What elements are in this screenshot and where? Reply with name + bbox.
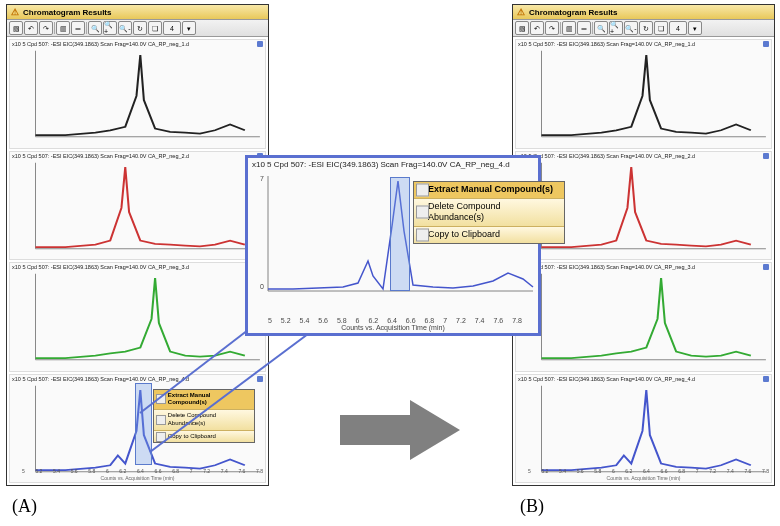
ruler-icon[interactable]: ═: [577, 21, 591, 35]
menu-extract[interactable]: Extract Manual Compound(s): [154, 390, 254, 411]
panel-header: ⚠ Chromatogram Results: [513, 5, 774, 20]
x-label: Counts vs. Acquisition Time (min): [516, 475, 771, 481]
chromatogram-chart[interactable]: x10 5 Cpd 507: -ESI EIC(349.1863) Scan F…: [9, 374, 266, 484]
tick: 6.8: [425, 317, 435, 324]
label-b: (B): [520, 496, 544, 517]
tick: 7: [443, 317, 447, 324]
zoom-in-icon[interactable]: 🔍+: [609, 21, 623, 35]
menu-extract[interactable]: Extract Manual Compound(s): [414, 182, 564, 199]
redo-icon[interactable]: ↷: [39, 21, 53, 35]
grid-icon[interactable]: ❏: [654, 21, 668, 35]
context-menu: Extract Manual Compound(s)Delete Compoun…: [153, 389, 255, 444]
svg-text:0: 0: [260, 283, 264, 290]
separator: [592, 22, 593, 34]
popup-xticks: 55.25.45.65.866.26.46.66.877.27.47.67.8: [248, 317, 538, 324]
select-icon[interactable]: ▧: [515, 21, 529, 35]
separator: [54, 22, 55, 34]
tick: 5.4: [300, 317, 310, 324]
chart-icon[interactable]: ▥: [56, 21, 70, 35]
panel-b: ⚠ Chromatogram Results ▧ ↶ ↷ ▥ ═ 🔍 🔍+ 🔍-…: [512, 4, 775, 486]
chromatogram-chart[interactable]: x10 5 Cpd 507: -ESI EIC(349.1863) Scan F…: [9, 39, 266, 149]
warning-icon: ⚠: [11, 7, 19, 17]
popup-title: x10 5 Cpd 507: -ESI EIC(349.1863) Scan F…: [248, 158, 538, 171]
tick: 5.2: [281, 317, 291, 324]
chromatogram-chart[interactable]: x10 5 Cpd 507: -ESI EIC(349.1863) Scan F…: [9, 262, 266, 372]
selection-band[interactable]: [135, 383, 152, 466]
zoom-icon[interactable]: 🔍: [594, 21, 608, 35]
svg-marker-22: [340, 400, 460, 460]
menu-delete[interactable]: Delete Compound Abundance(s): [414, 199, 564, 227]
x-ticks: 55.25.45.65.866.26.46.66.877.27.47.67.8: [22, 468, 263, 474]
panel-header: ⚠ Chromatogram Results: [7, 5, 268, 20]
separator: [86, 22, 87, 34]
chart-stack: x10 5 Cpd 507: -ESI EIC(349.1863) Scan F…: [513, 37, 774, 485]
chromatogram-chart[interactable]: x10 5 Cpd 507: -ESI EIC(349.1863) Scan F…: [515, 374, 772, 484]
undo-icon[interactable]: ↶: [530, 21, 544, 35]
tick: 6.6: [406, 317, 416, 324]
context-menu: Extract Manual Compound(s) Delete Compou…: [413, 181, 565, 244]
dropdown-icon[interactable]: ▾: [688, 21, 702, 35]
svg-text:7: 7: [260, 175, 264, 182]
tick: 6.2: [368, 317, 378, 324]
chromatogram-chart[interactable]: x10 5 Cpd 507: -ESI EIC(349.1863) Scan F…: [9, 151, 266, 261]
tick: 5: [268, 317, 272, 324]
zoom-out-icon[interactable]: 🔍-: [118, 21, 132, 35]
zoom-icon[interactable]: 🔍: [88, 21, 102, 35]
tick: 6.4: [387, 317, 397, 324]
x-label: Counts vs. Acquisition Time (min): [10, 475, 265, 481]
refresh-icon[interactable]: ↻: [639, 21, 653, 35]
menu-delete[interactable]: Delete Compound Abundance(s): [154, 410, 254, 431]
panel-a: ⚠ Chromatogram Results ▧ ↶ ↷ ▥ ═ 🔍 🔍+ 🔍-…: [6, 4, 269, 486]
redo-icon[interactable]: ↷: [545, 21, 559, 35]
menu-copy[interactable]: Copy to Clipboard: [414, 227, 564, 243]
dropdown-icon[interactable]: ▾: [182, 21, 196, 35]
tick: 7.8: [512, 317, 522, 324]
toolbar: ▧ ↶ ↷ ▥ ═ 🔍 🔍+ 🔍- ↻ ❏ 4 ▾: [513, 20, 774, 37]
count-box[interactable]: 4: [669, 21, 687, 35]
chart-stack: x10 5 Cpd 507: -ESI EIC(349.1863) Scan F…: [7, 37, 268, 485]
arrow-icon: [340, 400, 460, 460]
grid-icon[interactable]: ❏: [148, 21, 162, 35]
warning-icon: ⚠: [517, 7, 525, 17]
selection-band[interactable]: [390, 177, 410, 291]
tick: 5.8: [337, 317, 347, 324]
count-box[interactable]: 4: [163, 21, 181, 35]
chart-icon[interactable]: ▥: [562, 21, 576, 35]
ruler-icon[interactable]: ═: [71, 21, 85, 35]
label-a: (A): [12, 496, 37, 517]
popup-xlabel: Counts vs. Acquisition Time (min): [248, 324, 538, 333]
refresh-icon[interactable]: ↻: [133, 21, 147, 35]
tick: 6: [356, 317, 360, 324]
chromatogram-chart[interactable]: x10 5 Cpd 507: -ESI EIC(349.1863) Scan F…: [515, 262, 772, 372]
panel-title: Chromatogram Results: [529, 8, 617, 17]
separator: [560, 22, 561, 34]
tick: 7.4: [475, 317, 485, 324]
undo-icon[interactable]: ↶: [24, 21, 38, 35]
popup-chart: x10 5 Cpd 507: -ESI EIC(349.1863) Scan F…: [245, 155, 541, 336]
chromatogram-chart[interactable]: x10 5 Cpd 507: -ESI EIC(349.1863) Scan F…: [515, 39, 772, 149]
tick: 7.2: [456, 317, 466, 324]
x-ticks: 55.25.45.65.866.26.46.66.877.27.47.67.8: [528, 468, 769, 474]
menu-copy[interactable]: Copy to Clipboard: [154, 431, 254, 443]
tick: 7.6: [493, 317, 503, 324]
popup-chart-area[interactable]: 0 7 Extract Manual Compound(s) Delete Co…: [248, 171, 538, 317]
zoom-out-icon[interactable]: 🔍-: [624, 21, 638, 35]
zoom-in-icon[interactable]: 🔍+: [103, 21, 117, 35]
panel-title: Chromatogram Results: [23, 8, 111, 17]
toolbar: ▧ ↶ ↷ ▥ ═ 🔍 🔍+ 🔍- ↻ ❏ 4 ▾: [7, 20, 268, 37]
select-icon[interactable]: ▧: [9, 21, 23, 35]
tick: 5.6: [318, 317, 328, 324]
